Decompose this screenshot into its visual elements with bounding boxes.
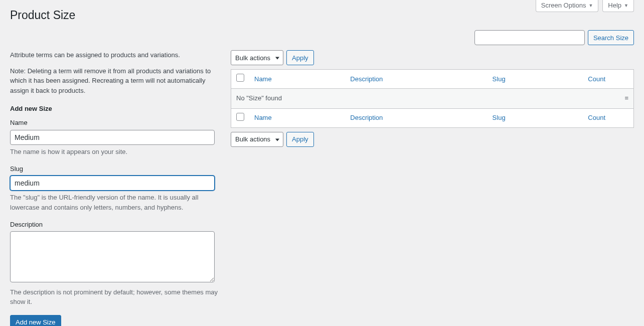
select-all-bottom-cell (231, 108, 250, 127)
description-help: The description is not prominent by defa… (10, 287, 221, 307)
description-label: Description (10, 220, 221, 229)
add-new-heading: Add new Size (10, 104, 221, 113)
sort-description[interactable]: Description (350, 75, 383, 83)
caret-down-icon: ▼ (624, 3, 628, 8)
bulk-actions-select-bottom[interactable]: Bulk actions (231, 132, 283, 147)
intro-paragraph-2: Note: Deleting a term will remove it fro… (10, 66, 221, 96)
sort-slug-footer[interactable]: Slug (493, 114, 506, 121)
view-mode-icon[interactable]: ≡ (624, 94, 628, 103)
sort-description-footer[interactable]: Description (350, 114, 383, 121)
help-label: Help (608, 2, 621, 9)
select-all-top-cell (231, 70, 250, 89)
col-header-name: Name (249, 70, 345, 89)
name-label: Name (10, 118, 221, 127)
left-column: Attribute terms can be assigned to produ… (10, 50, 221, 326)
description-textarea[interactable] (10, 231, 215, 282)
sort-name-footer[interactable]: Name (254, 114, 272, 121)
select-all-bottom[interactable] (236, 113, 244, 121)
search-input[interactable] (474, 30, 585, 45)
col-footer-slug: Slug (488, 108, 583, 127)
apply-button-bottom[interactable]: Apply (286, 132, 314, 147)
bulk-actions-select-wrap: Bulk actions (231, 50, 283, 65)
tablenav-top: Bulk actions Apply (231, 50, 634, 65)
caret-down-icon: ▼ (588, 3, 593, 8)
sort-count[interactable]: Count (588, 75, 605, 83)
col-header-count: Count (583, 70, 633, 89)
table-header-row: Name Description Slug Count (231, 70, 634, 89)
col-header-slug: Slug (488, 70, 583, 89)
bulk-actions-select-wrap-bottom: Bulk actions (231, 132, 283, 147)
no-items-row: No "Size" found ≡ (231, 89, 634, 108)
name-help: The name is how it appears on your site. (10, 147, 221, 157)
slug-input[interactable] (10, 176, 215, 191)
intro-text: Attribute terms can be assigned to produ… (10, 50, 221, 95)
slug-help: The "slug" is the URL-friendly version o… (10, 193, 221, 212)
slug-field-wrapper: Slug The "slug" is the URL-friendly vers… (10, 165, 221, 212)
no-items-text: No "Size" found (236, 94, 282, 102)
col-header-description: Description (345, 70, 487, 89)
sort-slug[interactable]: Slug (493, 75, 506, 83)
col-footer-name: Name (249, 108, 345, 127)
add-new-size-button[interactable]: Add new Size (10, 315, 61, 326)
search-row: Search Size (0, 30, 644, 50)
screen-options-button[interactable]: Screen Options ▼ (536, 0, 599, 12)
table-footer-row: Name Description Slug Count (231, 108, 634, 127)
name-input[interactable] (10, 130, 215, 145)
screen-options-label: Screen Options (541, 2, 586, 9)
bulk-actions-select-top[interactable]: Bulk actions (231, 50, 283, 65)
search-button[interactable]: Search Size (588, 30, 634, 45)
sort-count-footer[interactable]: Count (588, 114, 605, 121)
col-footer-description: Description (345, 108, 487, 127)
help-button[interactable]: Help ▼ (602, 0, 634, 12)
intro-paragraph-1: Attribute terms can be assigned to produ… (10, 50, 221, 60)
top-buttons: Screen Options ▼ Help ▼ (536, 0, 634, 12)
no-items-cell: No "Size" found ≡ (231, 89, 634, 108)
apply-button-top[interactable]: Apply (286, 50, 314, 65)
select-all-top[interactable] (236, 74, 244, 82)
content: Attribute terms can be assigned to produ… (0, 50, 644, 326)
right-column: Bulk actions Apply Name Description Slug… (231, 50, 634, 326)
col-footer-count: Count (583, 108, 633, 127)
sort-name[interactable]: Name (254, 75, 272, 83)
slug-label: Slug (10, 165, 221, 174)
terms-table: Name Description Slug Count No "Size" fo… (231, 69, 634, 128)
description-field-wrapper: Description The description is not promi… (10, 220, 221, 306)
tablenav-bottom: Bulk actions Apply (231, 132, 634, 147)
name-field-wrapper: Name The name is how it appears on your … (10, 118, 221, 156)
